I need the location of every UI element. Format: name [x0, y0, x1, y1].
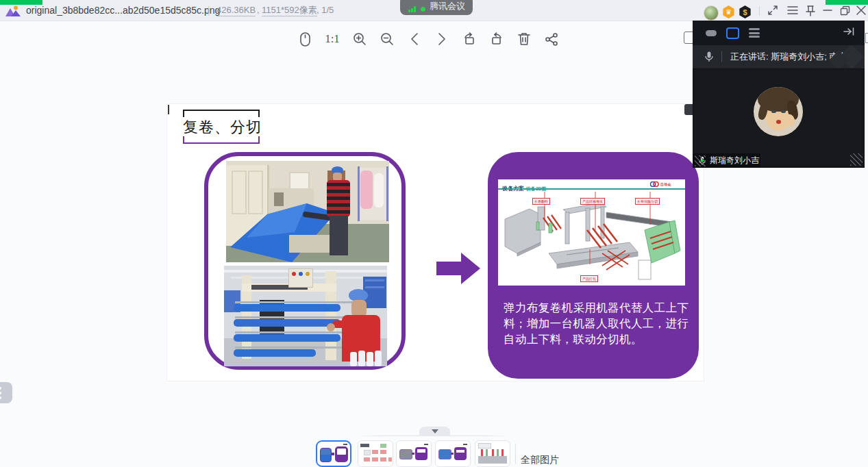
arrow-right-shape [436, 251, 480, 286]
collapse-thumbnails-tab[interactable] [419, 427, 450, 436]
thumbnail-4[interactable] [435, 440, 471, 467]
fullscreen-icon[interactable] [765, 3, 780, 18]
title-bracket-top [183, 110, 260, 117]
share-icon[interactable] [541, 29, 562, 49]
factory-photo-rewinder [226, 161, 389, 262]
list-view-icon[interactable] [749, 28, 760, 38]
chevron-down-icon [432, 429, 438, 433]
zoom-ratio-button[interactable]: 1:1 [322, 29, 343, 49]
participant-avatar [754, 87, 803, 136]
user-avatar[interactable] [704, 5, 719, 21]
restore-window-icon[interactable] [837, 3, 852, 18]
minimize-icon[interactable] [820, 3, 835, 18]
slide-title: 复卷、分切 [183, 117, 262, 138]
floating-menu-icon[interactable] [0, 382, 12, 403]
resize-hatch-left[interactable] [695, 155, 706, 166]
app-logo-icon [5, 5, 22, 16]
page-indicator: , 1/5 [317, 0, 334, 21]
status-dot-icon [421, 7, 425, 12]
vip-badge-icon[interactable]: ♛ [722, 5, 735, 18]
video-view-icon[interactable] [726, 27, 739, 39]
image-dimensions[interactable]: 1151*592像素 [262, 0, 317, 21]
pin-icon[interactable] [803, 3, 818, 18]
diagram-company-logo: 自动化 [650, 181, 671, 187]
thumbnail-5[interactable] [475, 440, 510, 467]
rotate-right-icon[interactable] [486, 29, 507, 49]
drag-tool-icon[interactable] [295, 29, 315, 49]
equipment-3d-diagram: 设备方案-设备3D图 自动化 [498, 179, 685, 286]
comma: , [257, 0, 260, 21]
meeting-panel-header [693, 21, 865, 45]
diagram-label-3: 长布伺服分切 [635, 198, 660, 205]
thumbnail-2[interactable] [358, 440, 393, 467]
file-size[interactable]: 426.36KB [216, 0, 256, 21]
diagram-label-4: 产品打包 [580, 275, 598, 282]
meeting-floating-pill[interactable]: 腾讯会议 [400, 0, 473, 15]
clipped-icon-partial [865, 33, 868, 43]
separator: | [208, 0, 210, 21]
thumbnail-divider [515, 444, 516, 464]
speaking-banner: 正在讲话: 斯瑞奇刘小吉; 南京... [693, 45, 865, 68]
meeting-video-panel: 正在讲话: 斯瑞奇刘小吉; 南京... 斯瑞奇刘小吉 [693, 21, 865, 168]
filename: original_3b8bde82cc...ab2d50e15d5c85c.pn… [26, 0, 220, 21]
slide-edge-mark [168, 105, 169, 114]
all-images-label[interactable]: 全部图片 [521, 454, 559, 466]
participant-name: 斯瑞奇刘小吉 [710, 155, 759, 166]
zoom-in-icon[interactable] [349, 29, 370, 49]
factory-photo-slitter [224, 266, 387, 366]
banner-divider [721, 51, 722, 62]
coin-badge-icon[interactable]: $ [739, 5, 752, 18]
previous-image-icon[interactable] [404, 29, 425, 49]
diagram-label-1: 长卷翻料 [532, 198, 550, 205]
thumbnail-1-selected[interactable] [316, 440, 351, 467]
diagram-header-rule [498, 188, 685, 190]
next-image-icon[interactable] [432, 29, 452, 49]
minimize-panel-icon[interactable] [706, 30, 717, 36]
meeting-pill-label: 腾讯会议 [430, 0, 465, 12]
resize-hatch-right[interactable] [850, 153, 863, 166]
title-bracket-bottom [183, 136, 260, 144]
close-icon[interactable] [854, 3, 868, 18]
zoom-out-icon[interactable] [377, 29, 397, 49]
signal-bars-icon [408, 6, 417, 12]
collapse-panel-icon[interactable] [843, 27, 855, 39]
solution-box: 设备方案-设备3D图 自动化 [488, 152, 699, 379]
rotate-left-icon[interactable] [459, 29, 480, 49]
solution-description: 弹力布复卷机采用机器代替人工上下料；增加一台机器人取代人工，进行自动上下料，联动… [504, 300, 690, 347]
thumbnail-3[interactable] [396, 440, 432, 467]
delete-icon[interactable] [514, 29, 534, 49]
viewer-toolbar: 1:1 [295, 29, 562, 49]
screenshare-border-right [826, 0, 868, 5]
titlebar-divider [759, 6, 760, 16]
participant-video-tile[interactable]: 斯瑞奇刘小吉 [693, 68, 865, 168]
menu-icon[interactable] [785, 3, 800, 18]
screenshare-border-left [0, 0, 42, 5]
speaker-mic-icon [705, 51, 713, 62]
diagram-label-2: 产品转移堆垛 [580, 198, 605, 205]
